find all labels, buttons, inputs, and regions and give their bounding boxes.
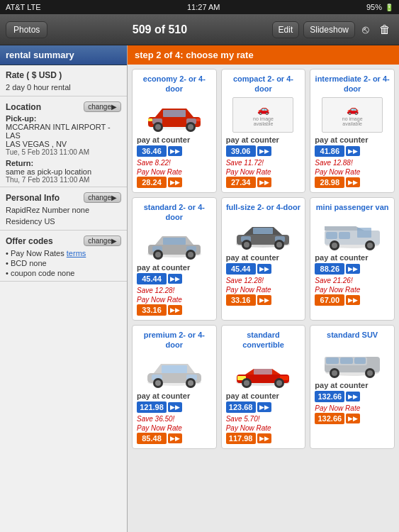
pay-now-row: 33.16 ▶▶ <box>137 304 212 316</box>
counter-price-badge: 121.98 <box>137 401 167 413</box>
save-text: Save 12.88!Pay Now Rate <box>315 158 360 177</box>
car-card[interactable]: standard 2- or 4-door pay at counter 45.… <box>132 197 217 321</box>
pay-now-select-button[interactable]: ▶▶ <box>257 433 271 443</box>
pickup-location: MCCARRAN INTL AIRPORT - LAS <box>6 123 121 140</box>
pay-now-select-button[interactable]: ▶▶ <box>257 295 271 305</box>
counter-select-button[interactable]: ▶▶ <box>168 274 182 284</box>
car-image <box>320 215 384 250</box>
pay-counter-label: pay at counter <box>137 263 190 272</box>
location-label: Location <box>6 102 41 112</box>
car-card[interactable]: premium 2- or 4-door pay at counter 121.… <box>132 325 217 449</box>
counter-select-button[interactable]: ▶▶ <box>257 146 271 156</box>
sidebar: rental summary Rate ( $ USD ) 2 day 0 ho… <box>0 45 128 532</box>
pay-counter-label: pay at counter <box>226 253 279 262</box>
car-card[interactable]: standard SUV pay at counter 132.66 ▶▶ Pa… <box>310 325 395 449</box>
counter-price-row: 41.86 ▶▶ <box>315 145 390 157</box>
offer-codes-header: Offer codes change▶ <box>6 233 121 248</box>
car-card[interactable]: intermediate 2- or 4-door🚗no imageavaila… <box>310 69 395 193</box>
pay-now-row: 28.98 ▶▶ <box>315 177 390 188</box>
location-change-button[interactable]: change▶ <box>84 101 121 112</box>
coupon-label: coupon code none <box>11 269 75 277</box>
pay-now-price-badge: 33.16 <box>137 304 167 316</box>
counter-price-badge: 36.46 <box>137 145 167 157</box>
counter-price-badge: 45.44 <box>226 263 256 275</box>
svg-rect-10 <box>196 118 201 121</box>
return-label: Return: <box>6 159 121 167</box>
pay-now-select-button[interactable]: ▶▶ <box>346 295 360 305</box>
pay-now-select-button[interactable]: ▶▶ <box>168 177 182 187</box>
pay-now-select-button[interactable]: ▶▶ <box>346 414 360 423</box>
status-left: AT&T LTE <box>6 3 41 11</box>
return-datetime: Thu, 7 Feb 2013 11:00 AM <box>6 176 121 184</box>
no-image-placeholder: 🚗no imageavailable <box>322 97 383 133</box>
rate-label: Rate ( $ USD ) <box>6 70 62 80</box>
pay-now-price-badge: 33.16 <box>226 294 256 306</box>
no-image-placeholder: 🚗no imageavailable <box>232 97 293 133</box>
personal-info-change-button[interactable]: change▶ <box>84 192 121 203</box>
car-card-title: mini passenger van <box>316 202 389 212</box>
photos-button[interactable]: Photos <box>6 21 47 38</box>
svg-point-28 <box>276 242 282 248</box>
pay-now-price-badge: 132.66 <box>315 413 344 424</box>
counter-select-button[interactable]: ▶▶ <box>168 146 182 156</box>
save-text: Save 12.28!Pay Now Rate <box>137 286 182 304</box>
car-card[interactable]: mini passenger van pay at counter 88.26 … <box>310 197 395 321</box>
carrier-text: AT&T LTE <box>6 3 41 11</box>
slideshow-button[interactable]: Slideshow <box>303 21 355 38</box>
car-card[interactable]: compact 2- or 4-door🚗no imageavailablepa… <box>221 69 306 193</box>
car-card[interactable]: full-size 2- or 4-door pay at counter 45… <box>221 197 306 321</box>
pay-counter-label: pay at counter <box>315 253 368 262</box>
pay-now-row: 132.66 ▶▶ <box>315 413 390 424</box>
svg-point-19 <box>188 252 193 257</box>
personal-info-label: Personal Info <box>6 193 60 203</box>
pay-counter-label: pay at counter <box>226 135 279 144</box>
svg-point-55 <box>276 380 282 386</box>
svg-point-6 <box>155 124 161 130</box>
car-image: 🚗no imageavailable <box>320 97 384 133</box>
bcd-label: BCD none <box>11 259 47 267</box>
offer-codes-section: Offer codes change▶ • Pay Now Rates term… <box>0 231 127 282</box>
car-card[interactable]: economy 2- or 4-door pay at counter 36.4… <box>132 69 217 193</box>
pickup-city: LAS VEGAS , NV <box>6 140 121 148</box>
battery-icon: 🔋 <box>385 4 393 11</box>
counter-select-button[interactable]: ▶▶ <box>346 392 360 401</box>
counter-select-button[interactable]: ▶▶ <box>346 264 360 274</box>
car-image <box>231 215 295 250</box>
pay-now-select-button[interactable]: ▶▶ <box>168 433 182 443</box>
pay-now-price-badge: 85.48 <box>137 433 167 444</box>
pay-now-row: 117.98 ▶▶ <box>226 433 301 444</box>
pay-now-price-badge: 28.24 <box>137 177 167 188</box>
pay-now-row: 28.24 ▶▶ <box>137 177 212 188</box>
rate-section: Rate ( $ USD ) 2 day 0 hour rental <box>0 65 127 96</box>
status-bar: AT&T LTE 11:27 AM 95% 🔋 <box>0 0 399 14</box>
trash-button[interactable]: 🗑 <box>376 22 393 38</box>
nav-title: 509 of 510 <box>133 23 187 36</box>
svg-point-17 <box>155 252 161 257</box>
svg-rect-61 <box>354 358 366 364</box>
svg-point-26 <box>244 242 249 248</box>
counter-select-button[interactable]: ▶▶ <box>168 402 182 412</box>
edit-button[interactable]: Edit <box>272 21 300 38</box>
terms-link[interactable]: terms <box>67 249 86 257</box>
counter-select-button[interactable]: ▶▶ <box>346 146 360 156</box>
share-button[interactable]: ⎋ <box>359 22 372 38</box>
counter-select-button[interactable]: ▶▶ <box>257 402 271 412</box>
pay-now-select-button[interactable]: ▶▶ <box>168 305 182 315</box>
offer-codes-change-button[interactable]: change▶ <box>84 235 121 246</box>
counter-price-badge: 39.06 <box>226 145 256 157</box>
counter-select-button[interactable]: ▶▶ <box>257 264 271 274</box>
car-card[interactable]: standard convertible pay at counter 123.… <box>221 325 306 449</box>
car-image: 🚗no imageavailable <box>231 97 295 133</box>
car-card-title: full-size 2- or 4-door <box>226 202 300 212</box>
pay-now-select-button[interactable]: ▶▶ <box>257 177 271 187</box>
pay-now-select-button[interactable]: ▶▶ <box>346 177 360 187</box>
rapid-rez: RapidRez Number none <box>6 205 121 216</box>
rental-duration: 2 day 0 hour rental <box>6 82 121 93</box>
svg-point-65 <box>367 370 373 376</box>
pay-counter-label: pay at counter <box>226 392 279 400</box>
coupon-item: • coupon code none <box>6 268 121 278</box>
nav-actions: Edit Slideshow ⎋ 🗑 <box>272 21 393 38</box>
svg-rect-9 <box>148 118 152 121</box>
pay-now-price-badge: 117.98 <box>226 433 256 444</box>
save-text: Pay Now Rate <box>315 404 360 413</box>
